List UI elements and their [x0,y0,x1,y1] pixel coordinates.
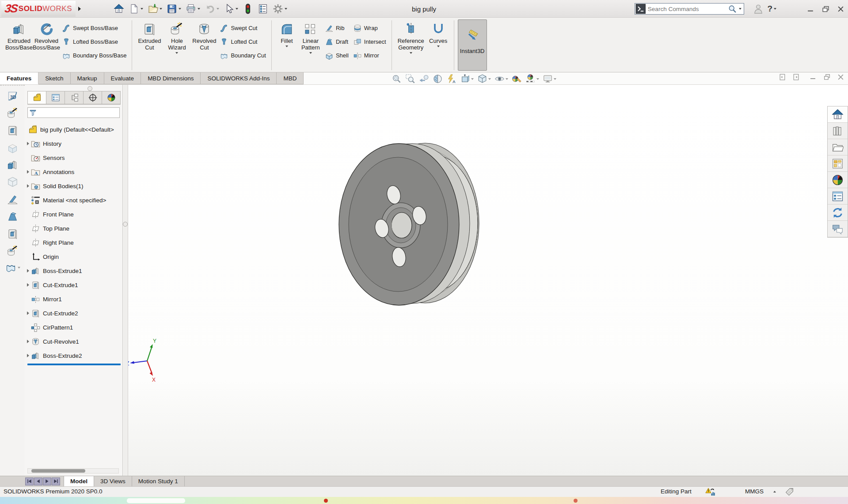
toolbar-more-button[interactable] [5,261,20,273]
dropdown-icon[interactable] [285,45,288,47]
tree-item-front-plane[interactable]: Front Plane [25,207,122,221]
intersect-button[interactable]: Intersect [351,35,388,49]
tag-icon[interactable] [785,487,794,496]
graphics-viewport[interactable]: Z Y X [128,85,848,476]
doc-close-icon[interactable] [837,73,844,81]
tree-item-history[interactable]: History [25,136,122,151]
tab-evaluate[interactable]: Evaluate [104,72,141,84]
dropdown-icon[interactable] [175,52,178,54]
wizard-feature-button[interactable] [6,244,19,258]
dynamic-annotation-views-button[interactable] [445,73,457,85]
zoom-to-fit-button[interactable] [391,73,403,85]
cut-extrude-toolbar-button[interactable] [6,227,19,240]
expand-arrow-icon[interactable] [27,184,29,188]
tree-item-boss-extrude1[interactable]: Boss-Extrude1 [25,264,122,278]
boss-feature-button[interactable] [6,124,19,137]
swept-boss-base-button[interactable]: Swept Boss/Base [60,21,128,35]
draft-button[interactable]: Draft [323,35,350,49]
rib-button[interactable]: Rib [323,21,350,35]
hide-show-items-button[interactable] [494,73,509,85]
lofted-boss-base-button[interactable]: Lofted Boss/Base [60,35,128,49]
command-list-button[interactable] [256,2,270,15]
tab-model[interactable]: Model [64,476,94,486]
previous-tab-button[interactable] [34,477,42,485]
extruded-boss-toolbar-button[interactable] [6,158,19,171]
reference-geometry-button[interactable]: ReferenceGeometry [395,19,426,54]
dropdown-icon[interactable] [179,8,181,10]
shell-button[interactable]: Shell [323,49,350,62]
rollback-bar[interactable] [27,364,121,365]
design-library-button[interactable] [828,123,848,139]
edit-appearance-button[interactable] [511,73,523,85]
next-tab-button[interactable] [43,477,51,485]
print-button[interactable] [184,2,202,15]
extruded-boss-base-button[interactable]: ExtrudedBoss/Base [5,19,33,51]
dropdown-icon[interactable] [506,78,508,80]
linear-pattern-button[interactable]: LinearPattern [298,19,323,54]
search-dropdown-icon[interactable] [739,8,742,10]
units-selector[interactable]: MMGS [745,488,764,495]
search-commands-box[interactable] [635,3,744,15]
expand-arrow-icon[interactable] [27,354,29,357]
dropdown-icon[interactable] [554,78,556,80]
dropdown-icon[interactable] [536,78,539,80]
solidworks-resources-button[interactable] [828,205,848,221]
revolved-cut-button[interactable]: RevolvedCut [190,19,218,51]
splitter-grip-handle[interactable] [123,222,128,227]
fillet-button[interactable]: Fillet [275,19,298,47]
tree-filter-box[interactable] [27,107,120,118]
expand-arrow-icon[interactable] [27,142,29,145]
dropdown-icon[interactable] [141,8,143,10]
undo-button[interactable] [203,2,221,15]
curves-button[interactable]: Curves [426,19,450,47]
tree-item-sensors[interactable]: Sensors [25,151,122,165]
draft-feature-button[interactable] [6,193,19,206]
tree-item-annotations[interactable]: Annotations [25,165,122,179]
dropdown-icon[interactable] [774,8,776,10]
open-button[interactable] [146,2,164,15]
dropdown-icon[interactable] [471,78,474,80]
view-orientation-button[interactable] [476,73,492,85]
panel-grip-handle[interactable] [87,86,92,91]
dropdown-icon[interactable] [236,8,238,10]
performance-warning-icon[interactable] [705,487,716,496]
search-scope-icon[interactable] [635,4,646,14]
wrap-button[interactable]: Wrap [351,21,388,35]
dropdown-icon[interactable] [198,8,200,10]
panel-splitter[interactable] [123,85,128,476]
instant3d-button[interactable]: Instant3D [458,19,487,71]
extruded-cut-button[interactable]: ExtrudedCut [136,19,163,51]
collapse-left-pane-icon[interactable] [779,73,786,81]
hole-wizard-button[interactable]: HoleWizard [163,19,190,54]
performance-pipeline-button[interactable] [241,2,255,15]
revolved-boss-base-button[interactable]: RevolvedBoss/Base [33,19,60,51]
tree-horizontal-scrollbar[interactable] [27,468,119,474]
hole-wizard-feature-button[interactable] [6,106,19,120]
save-button[interactable] [165,2,183,15]
dropdown-icon[interactable] [437,45,440,47]
expand-arrow-icon[interactable] [27,283,29,287]
tree-item-solid-bodies[interactable]: Solid Bodies(1) [25,179,122,193]
tree-item-cut-revolve1[interactable]: Cut-Revolve1 [25,334,122,349]
dropdown-icon[interactable] [488,78,491,80]
expand-arrow-icon[interactable] [27,170,29,174]
dropdown-icon[interactable] [410,52,412,54]
options-button[interactable] [271,2,289,15]
tree-item-cirpattern1[interactable]: CirPattern1 [25,320,122,334]
mirror-button[interactable]: Mirror [351,49,388,62]
tab-dimxpertmanager[interactable] [84,91,102,104]
tree-root-item[interactable]: big pully (Default<<Default> [25,122,122,136]
tab-displaymanager[interactable] [102,91,121,104]
expand-arrow-icon[interactable] [27,311,29,315]
view-settings-button[interactable] [542,73,557,85]
dropdown-icon[interactable] [160,8,162,10]
scrollbar-thumb[interactable] [31,469,85,473]
tab-3d-views[interactable]: 3D Views [94,476,132,486]
doc-restore-icon[interactable] [823,73,831,81]
search-icon[interactable] [728,4,737,14]
pulley-model[interactable]: Z Y X [128,85,848,476]
appearances-button[interactable] [828,172,848,188]
user-account-button[interactable] [751,2,765,15]
file-explorer-button[interactable] [828,139,848,155]
tab-markup[interactable]: Markup [71,72,104,84]
